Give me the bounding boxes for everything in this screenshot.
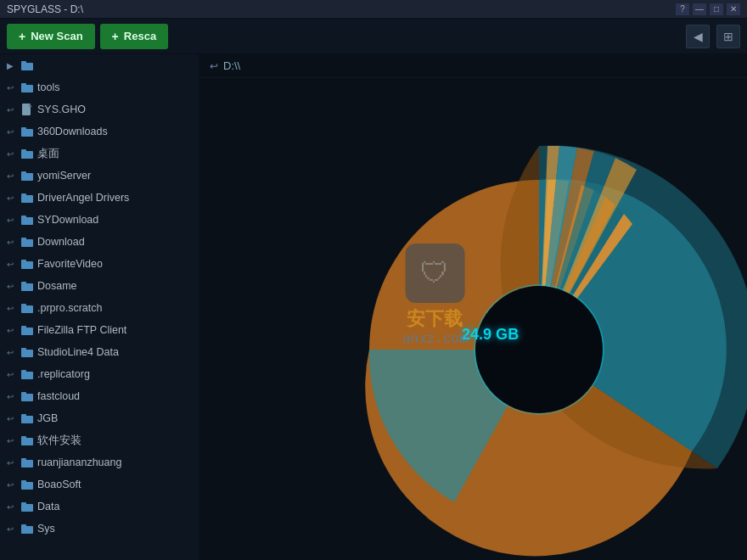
tree-label-ruanjiananzhuang: ruanjiananzhuang bbox=[37, 456, 194, 468]
svg-rect-28 bbox=[21, 370, 26, 373]
tree-label-download: Download bbox=[37, 236, 194, 248]
svg-rect-26 bbox=[21, 348, 26, 351]
close-button[interactable]: ✕ bbox=[727, 3, 740, 15]
tree-item-software_install[interactable]: ↩ 软件安装 bbox=[0, 429, 199, 451]
tree-arrow-ruanjiananzhuang: ↩ bbox=[7, 458, 17, 468]
tree-label-yomiserver: yomiServer bbox=[37, 170, 194, 182]
tree-icon-root bbox=[20, 59, 34, 72]
tree-icon-download bbox=[20, 235, 34, 249]
tree-label-favoritevideo: FavoriteVideo bbox=[37, 258, 194, 270]
new-scan-button[interactable]: + New Scan bbox=[7, 24, 95, 49]
tree-item-ruanjiananzhuang[interactable]: ↩ ruanjiananzhuang bbox=[0, 451, 199, 473]
new-scan-label: New Scan bbox=[31, 30, 82, 42]
tree-icon-prpro bbox=[20, 301, 34, 315]
svg-rect-18 bbox=[21, 260, 26, 263]
view-button[interactable]: ⊞ bbox=[716, 25, 740, 48]
tree-icon-fastcloud bbox=[20, 389, 34, 403]
svg-rect-1 bbox=[21, 61, 26, 64]
tree-icon-tools bbox=[20, 81, 34, 94]
tree-icon-boaosoft bbox=[20, 478, 34, 491]
tree-icon-software_install bbox=[20, 434, 34, 447]
sidebar[interactable]: ▶ ↩ tools ↩ SYS.GHO ↩ 360Downloads bbox=[0, 54, 199, 560]
tree-icon-replicatorg bbox=[20, 367, 34, 381]
tree-item-yomiserver[interactable]: ↩ yomiServer bbox=[0, 165, 199, 187]
tree-label-desktop: 桌面 bbox=[37, 147, 194, 161]
rescan-label: Resca bbox=[124, 30, 156, 42]
toolbar-right: ◀ ⊞ bbox=[686, 25, 740, 48]
tree-icon-studioline4 bbox=[20, 345, 34, 359]
tree-item-jgb[interactable]: ↩ JGB bbox=[0, 407, 199, 429]
tree-item-favoritevideo[interactable]: ↩ FavoriteVideo bbox=[0, 253, 199, 275]
tree-item-360downloads[interactable]: ↩ 360Downloads bbox=[0, 120, 199, 143]
path-bar: ↩ D:\\ bbox=[199, 54, 747, 78]
help-button[interactable]: ? bbox=[676, 3, 689, 15]
tree-icon-sydownload bbox=[20, 213, 34, 227]
tree-arrow-yomiserver: ↩ bbox=[7, 171, 17, 181]
rescan-button[interactable]: + Resca bbox=[100, 24, 169, 49]
svg-rect-34 bbox=[21, 436, 26, 440]
svg-rect-30 bbox=[21, 392, 26, 395]
tree-arrow-tools: ↩ bbox=[7, 83, 17, 92]
tree-icon-driverangel bbox=[20, 191, 34, 204]
tree-item-sys_gho[interactable]: ↩ SYS.GHO bbox=[0, 98, 199, 120]
tree-label-tools: tools bbox=[37, 81, 194, 93]
tree-item-boaosoft[interactable]: ↩ BoaoSoft bbox=[0, 473, 199, 496]
tree-item-replicatorg[interactable]: ↩ .replicatorg bbox=[0, 363, 199, 385]
tree-label-fastcloud: fastcloud bbox=[37, 390, 194, 402]
tree-item-tools[interactable]: ↩ tools bbox=[0, 76, 199, 98]
tree-item-fastcloud[interactable]: ↩ fastcloud bbox=[0, 385, 199, 407]
tree-label-sys: Sys bbox=[37, 523, 194, 535]
tree-label-studioline4: StudioLine4 Data bbox=[37, 346, 194, 358]
tree-icon-sys bbox=[20, 522, 34, 535]
tree-label-software_install: 软件安装 bbox=[37, 434, 194, 448]
tree-item-filezilla[interactable]: ↩ FileZilla FTP Client bbox=[0, 319, 199, 341]
tree-arrow-download: ↩ bbox=[7, 238, 17, 247]
tree-icon-dosame bbox=[20, 279, 34, 293]
tree-item-data[interactable]: ↩ Data bbox=[0, 496, 199, 518]
tree-arrow-dosame: ↩ bbox=[7, 282, 17, 291]
tree-item-driverangel[interactable]: ↩ DriverAngel Drivers bbox=[0, 187, 199, 209]
content-area: ↩ D:\\ bbox=[199, 54, 747, 560]
tree-item-root[interactable]: ▶ bbox=[0, 54, 199, 76]
main-layout: ▶ ↩ tools ↩ SYS.GHO ↩ 360Downloads bbox=[0, 54, 747, 560]
tree-item-prpro[interactable]: ↩ .prpro.scratch bbox=[0, 297, 199, 319]
title-bar-controls: ? — □ ✕ bbox=[676, 3, 740, 15]
tree-item-dosame[interactable]: ↩ Dosame bbox=[0, 275, 199, 297]
tree-label-prpro: .prpro.scratch bbox=[37, 302, 194, 314]
svg-rect-24 bbox=[21, 326, 26, 329]
tree-label-boaosoft: BoaoSoft bbox=[37, 479, 194, 490]
new-scan-icon: + bbox=[19, 30, 25, 43]
svg-rect-6 bbox=[21, 127, 26, 131]
tree-icon-favoritevideo bbox=[20, 257, 34, 271]
title-bar-text: SPYGLASS - D:\ bbox=[7, 3, 83, 15]
maximize-button[interactable]: □ bbox=[710, 3, 723, 15]
tree-item-studioline4[interactable]: ↩ StudioLine4 Data bbox=[0, 341, 199, 363]
back-button[interactable]: ◀ bbox=[686, 25, 710, 48]
minimize-button[interactable]: — bbox=[693, 3, 706, 15]
tree-item-download[interactable]: ↩ Download bbox=[0, 231, 199, 253]
tree-arrow-prpro: ↩ bbox=[7, 304, 17, 313]
tree-arrow-360downloads: ↩ bbox=[7, 127, 17, 137]
tree-arrow-data: ↩ bbox=[7, 502, 17, 512]
tree-item-sydownload[interactable]: ↩ SYDownload bbox=[0, 209, 199, 231]
path-arrow-icon: ↩ bbox=[210, 60, 218, 72]
tree-arrow-software_install: ↩ bbox=[7, 436, 17, 445]
svg-rect-38 bbox=[21, 480, 26, 484]
tree-icon-360downloads bbox=[20, 125, 34, 138]
tree-arrow-sydownload: ↩ bbox=[7, 216, 17, 225]
tree-arrow-fastcloud: ↩ bbox=[7, 392, 17, 401]
tree-arrow-favoritevideo: ↩ bbox=[7, 260, 17, 269]
svg-rect-36 bbox=[21, 458, 26, 462]
svg-rect-20 bbox=[21, 282, 26, 285]
tree-arrow-desktop: ↩ bbox=[7, 149, 17, 159]
tree-item-sys[interactable]: ↩ Sys bbox=[0, 518, 199, 540]
svg-rect-16 bbox=[21, 238, 26, 241]
tree-icon-jgb bbox=[20, 412, 34, 425]
tree-arrow-root: ▶ bbox=[7, 61, 17, 70]
tree-label-data: Data bbox=[37, 501, 194, 512]
tree-item-desktop[interactable]: ↩ 桌面 bbox=[0, 143, 199, 165]
current-path: D:\\ bbox=[223, 59, 240, 72]
tree-label-replicatorg: .replicatorg bbox=[37, 368, 194, 380]
svg-rect-32 bbox=[21, 414, 26, 417]
svg-rect-42 bbox=[21, 524, 26, 528]
